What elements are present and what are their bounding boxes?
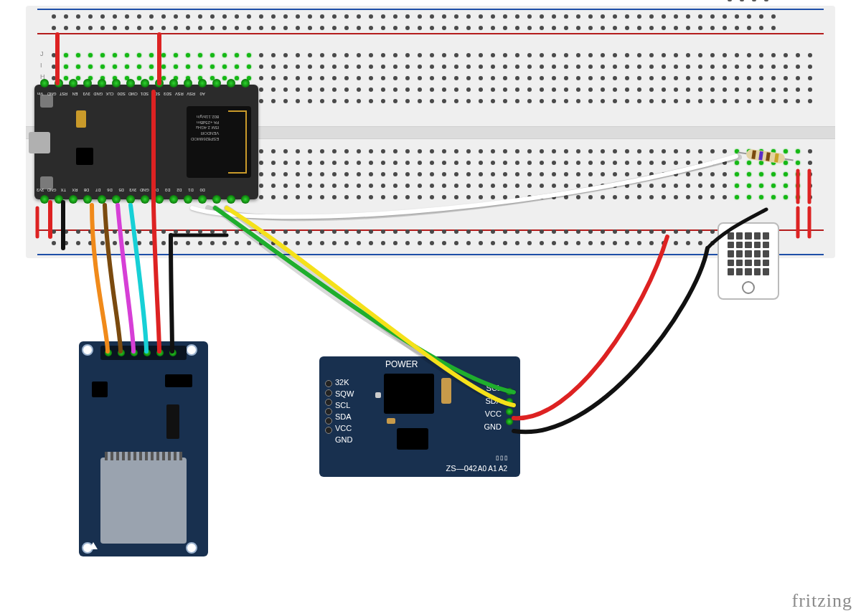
nodemcu-board: ESP8266MOD VENDOR ISM 2.4GHz PA +25dBm 8… [34, 85, 258, 199]
nodemcu-pin-gnd[interactable] [169, 195, 178, 204]
power-label: POWER [385, 359, 418, 369]
nodemcu-pin-a0[interactable] [241, 79, 250, 87]
dht22-sensor [718, 222, 779, 300]
nodemcu-pin-3v3[interactable] [98, 79, 106, 87]
esp8266-shield: ESP8266MOD VENDOR ISM 2.4GHz PA +25dBm 8… [187, 106, 251, 178]
eeprom-ic [397, 428, 428, 450]
nodemcu-pin-d3[interactable] [198, 195, 207, 204]
sd-card-module [79, 341, 208, 556]
nodemcu-pin-tx[interactable] [69, 195, 77, 204]
dht-pin-1 [728, 0, 732, 1]
nodemcu-pin-rx[interactable] [83, 195, 92, 204]
nodemcu-pin-sd0[interactable] [141, 79, 149, 87]
regulator-chip [76, 148, 93, 165]
rtc-right-header[interactable] [506, 385, 513, 428]
wifi-antenna-icon [228, 110, 247, 174]
dht-pin-3 [752, 0, 756, 1]
nodemcu-pin-gnd[interactable] [55, 195, 63, 204]
smd-component [76, 110, 86, 128]
nodemcu-pin-d1[interactable] [227, 195, 235, 204]
sd-card-slot[interactable] [100, 458, 187, 544]
nodemcu-pin-sd3[interactable] [198, 79, 207, 87]
rst-button[interactable] [40, 95, 53, 108]
nodemcu-pin-d5[interactable] [141, 195, 149, 204]
nodemcu-pin-d2[interactable] [212, 195, 221, 204]
nodemcu-pin-gnd[interactable] [55, 79, 63, 87]
nodemcu-pin-vin[interactable] [40, 79, 49, 87]
nodemcu-pin-gnd[interactable] [112, 79, 121, 87]
nodemcu-pin-clk[interactable] [126, 79, 135, 87]
nodemcu-pin-rst[interactable] [69, 79, 77, 87]
nodemcu-pin-rsv[interactable] [212, 79, 221, 87]
nodemcu-pin-d7[interactable] [112, 195, 121, 204]
wire-black-rtc-gnd [514, 248, 707, 432]
dht-pin-4 [764, 0, 768, 1]
sd-pin-header[interactable] [100, 346, 187, 360]
nodemcu-pin-d8[interactable] [98, 195, 106, 204]
nodemcu-pin-d6[interactable] [126, 195, 135, 204]
nodemcu-pin-en[interactable] [83, 79, 92, 87]
nodemcu-pin-rsv[interactable] [227, 79, 235, 87]
sd-insert-arrow-icon [89, 542, 98, 549]
nodemcu-pin-cmd[interactable] [155, 79, 164, 87]
rtc-left-header[interactable] [325, 378, 332, 436]
nodemcu-pin-sd1[interactable] [169, 79, 178, 87]
rtc-ds3231-module: POWER 32K SQW SCL SDA VCC GND SCL SDA VC… [319, 356, 520, 477]
nodemcu-pin-sd2[interactable] [184, 79, 192, 87]
fritzing-watermark: fritzing [791, 590, 852, 612]
dht-pin-2 [740, 0, 744, 1]
micro-usb-port [29, 132, 50, 153]
crystal-icon [441, 378, 451, 404]
nodemcu-pin-d0[interactable] [241, 195, 250, 204]
nodemcu-pin-3v3[interactable] [40, 195, 49, 204]
rtc-ic [384, 374, 434, 414]
nodemcu-pin-d4[interactable] [184, 195, 192, 204]
wire-red-rtc-vcc [514, 237, 667, 418]
breadboard-top-power-rail [26, 6, 835, 37]
nodemcu-pin-3v3[interactable] [155, 195, 164, 204]
